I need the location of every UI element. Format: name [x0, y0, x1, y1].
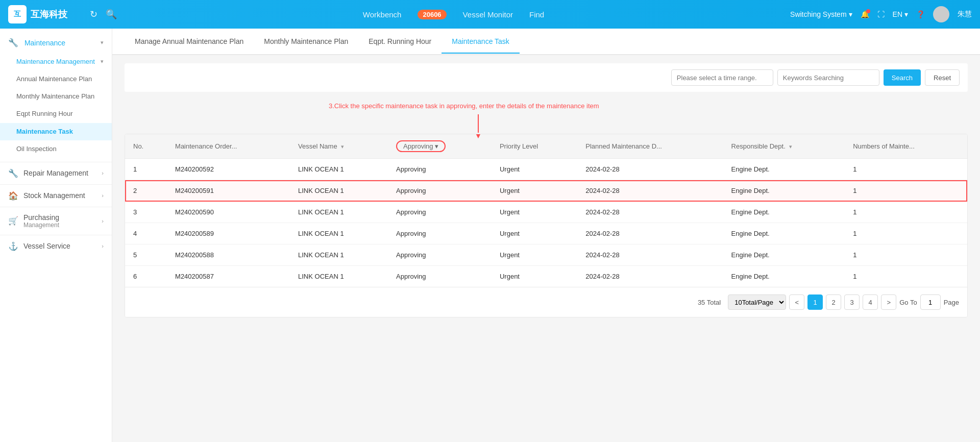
- nav-right: Switching System ▾ 🔔 ⛶ EN ▾ ❓ 朱慧: [790, 6, 972, 22]
- table-row[interactable]: 3M240200590LINK OCEAN 1ApprovingUrgent20…: [125, 202, 967, 223]
- table-cell: 1: [845, 266, 967, 287]
- logo-area: 互 互海科技: [8, 5, 80, 23]
- table-cell: Approving: [388, 223, 492, 244]
- chevron-right-icon: ›: [102, 192, 104, 199]
- language-selector[interactable]: EN ▾: [893, 10, 908, 18]
- page-btn-2[interactable]: 2: [826, 294, 841, 310]
- table-cell: Urgent: [492, 266, 577, 287]
- table-cell: M240200587: [167, 266, 290, 287]
- col-no: No.: [125, 134, 167, 159]
- table-cell: Engine Dept.: [723, 223, 845, 244]
- table-cell: M240200590: [167, 202, 290, 223]
- table-cell: Approving: [388, 202, 492, 223]
- sidebar-item-vessel-service[interactable]: ⚓ Vessel Service ›: [0, 235, 112, 257]
- col-vessel: Vessel Name ▾: [290, 134, 388, 159]
- table-cell: 5: [125, 244, 167, 266]
- back-icon[interactable]: ↻: [90, 9, 97, 20]
- table-cell: Urgent: [492, 202, 577, 223]
- tab-maintenance-task[interactable]: Maintenance Task: [442, 30, 520, 54]
- table-cell: LINK OCEAN 1: [290, 244, 388, 266]
- approving-filter[interactable]: Approving ▾: [396, 140, 446, 152]
- table-cell: 1: [845, 223, 967, 244]
- annotation-area: 3.Click the specific maintenance task in…: [125, 98, 968, 134]
- table-cell: Urgent: [492, 223, 577, 244]
- search-button[interactable]: Search: [884, 69, 921, 86]
- workbench-link[interactable]: Workbench: [363, 10, 402, 19]
- user-avatar[interactable]: [933, 6, 949, 22]
- main-content: Manage Annual Maintenance Plan Monthly M…: [112, 29, 980, 442]
- table-cell: M240200588: [167, 244, 290, 266]
- sidebar-item-eqpt-running[interactable]: Eqpt Running Hour: [0, 105, 112, 122]
- tab-eqpt-running[interactable]: Eqpt. Running Hour: [358, 30, 442, 54]
- pagination: 35 Total 10Total/Page < 1 2 3 4 > Go To …: [125, 287, 967, 317]
- help-icon[interactable]: ❓: [916, 10, 925, 18]
- goto-area: Go To Page: [899, 294, 959, 310]
- table-header: No. Maintenance Order... Vessel Name ▾ A…: [125, 134, 967, 159]
- table-cell: 6: [125, 266, 167, 287]
- table-cell: LINK OCEAN 1: [290, 202, 388, 223]
- vessel-monitor-link[interactable]: Vessel Monitor: [463, 10, 513, 19]
- table-cell: 1: [845, 180, 967, 202]
- chevron-down-icon: ▾: [904, 10, 908, 18]
- sort-icon[interactable]: ▾: [789, 143, 792, 150]
- col-count: Numbers of Mainte...: [845, 134, 967, 159]
- table-cell: Urgent: [492, 244, 577, 266]
- sidebar-item-stock-management[interactable]: 🏠 Stock Management ›: [0, 184, 112, 207]
- table-cell: 2024-02-28: [577, 202, 723, 223]
- next-page-btn[interactable]: >: [881, 294, 896, 310]
- goto-input[interactable]: [920, 294, 941, 310]
- notification-bell[interactable]: 🔔: [861, 10, 869, 18]
- table-cell: 1: [845, 202, 967, 223]
- keyword-search-input[interactable]: [777, 69, 879, 86]
- table-cell: 3: [125, 202, 167, 223]
- table-cell: 1: [125, 159, 167, 180]
- sidebar-item-maintenance-task[interactable]: Maintenance Task: [0, 123, 112, 140]
- switching-system-btn[interactable]: Switching System ▾: [790, 10, 852, 18]
- page-btn-3[interactable]: 3: [844, 294, 860, 310]
- table-row[interactable]: 6M240200587LINK OCEAN 1ApprovingUrgent20…: [125, 266, 967, 287]
- table-cell: 2024-02-28: [577, 159, 723, 180]
- table-row[interactable]: 1M240200592LINK OCEAN 1ApprovingUrgent20…: [125, 159, 967, 180]
- per-page-select[interactable]: 10Total/Page: [728, 294, 786, 310]
- sidebar-item-monthly-plan[interactable]: Monthly Maintenance Plan: [0, 88, 112, 105]
- sidebar-item-maintenance[interactable]: 🔧 Maintenance ▾: [0, 33, 112, 53]
- sidebar-item-maintenance-management[interactable]: Maintenance Management ▾: [0, 53, 112, 70]
- page-btn-4[interactable]: 4: [863, 294, 878, 310]
- table-row[interactable]: 4M240200589LINK OCEAN 1ApprovingUrgent20…: [125, 223, 967, 244]
- find-link[interactable]: Find: [529, 10, 544, 19]
- col-dept: Responsible Dept. ▾: [723, 134, 845, 159]
- sidebar-item-annual-plan[interactable]: Annual Maintenance Plan: [0, 70, 112, 88]
- tab-monthly-maintenance[interactable]: Monthly Maintenance Plan: [254, 30, 358, 54]
- table-cell: Engine Dept.: [723, 244, 845, 266]
- search-icon[interactable]: 🔍: [106, 9, 117, 20]
- table-row[interactable]: 2M240200591LINK OCEAN 1ApprovingUrgent20…: [125, 180, 967, 202]
- reset-button[interactable]: Reset: [925, 69, 960, 86]
- guide-arrow-line: [478, 114, 479, 133]
- sidebar-item-purchasing[interactable]: 🛒 Purchasing Management ›: [0, 207, 112, 235]
- logo-symbol: 互: [14, 10, 21, 19]
- tab-annual-maintenance[interactable]: Manage Annual Maintenance Plan: [125, 30, 254, 54]
- table-cell: 4: [125, 223, 167, 244]
- sort-icon[interactable]: ▾: [341, 143, 344, 150]
- page-btn-1[interactable]: 1: [807, 294, 823, 310]
- notification-dot: [866, 9, 870, 13]
- logo-icon: 互: [8, 5, 27, 23]
- maintenance-management-group: Maintenance Management ▾ Annual Maintena…: [0, 53, 112, 140]
- table-cell: LINK OCEAN 1: [290, 159, 388, 180]
- user-name[interactable]: 朱慧: [958, 10, 972, 19]
- prev-page-btn[interactable]: <: [789, 294, 804, 310]
- time-range-input[interactable]: [671, 69, 773, 86]
- sidebar-item-oil-inspection[interactable]: Oil Inspection: [0, 140, 112, 158]
- chevron-down-icon: ▾: [101, 39, 104, 46]
- fullscreen-icon[interactable]: ⛶: [877, 10, 885, 18]
- table-row[interactable]: 5M240200588LINK OCEAN 1ApprovingUrgent20…: [125, 244, 967, 266]
- maintenance-section: 🔧 Maintenance ▾ Maintenance Management ▾…: [0, 29, 112, 162]
- table-cell: 2024-02-28: [577, 244, 723, 266]
- table-cell: M240200591: [167, 180, 290, 202]
- col-priority: Priority Level: [492, 134, 577, 159]
- chevron-right-icon: ›: [102, 170, 104, 176]
- table-cell: Engine Dept.: [723, 202, 845, 223]
- chevron-down-icon: ▾: [101, 58, 104, 65]
- sidebar-item-repair-management[interactable]: 🔧 Repair Management ›: [0, 162, 112, 184]
- tab-bar: Manage Annual Maintenance Plan Monthly M…: [112, 29, 980, 55]
